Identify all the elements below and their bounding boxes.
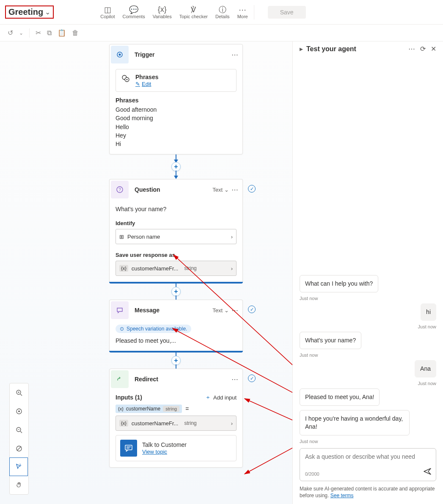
variable-icon: {x} — [119, 420, 128, 427]
edit-phrases-link[interactable]: ✎Edit — [135, 81, 151, 87]
pencil-icon: ✎ — [135, 81, 140, 87]
edit-toolbar: ↺ ⌄ ✂ ⧉ 📋 🗑 — [0, 25, 443, 41]
bot-message[interactable]: What's your name? — [300, 332, 361, 349]
question-node[interactable]: ? Question Text⌄ ⋯ What's your name? Ide… — [109, 179, 243, 282]
view-topic-link[interactable]: View topic — [142, 449, 167, 455]
send-button[interactable] — [423, 467, 432, 477]
add-node-button[interactable]: + — [171, 287, 181, 296]
trigger-icon — [111, 46, 129, 63]
node-more-icon[interactable]: ⋯ — [231, 375, 238, 383]
save-button[interactable]: Save — [268, 6, 306, 19]
undo-chevron-icon[interactable]: ⌄ — [19, 30, 23, 36]
message-icon — [111, 301, 129, 319]
phrase-item: Good morning — [116, 114, 237, 122]
redirect-node[interactable]: Redirect ⋯ Inputs (1) ＋Add input {x}cust… — [109, 369, 243, 468]
user-message[interactable]: Ana — [415, 360, 436, 377]
add-node-button[interactable]: + — [171, 162, 181, 171]
identify-value: Person name — [127, 234, 160, 240]
authoring-canvas[interactable]: Trigger ⋯ Phrases ✎Edit — [0, 41, 293, 504]
node-more-icon[interactable]: ⋯ — [231, 306, 238, 314]
input-value-field[interactable]: {x} customerNameFr... string › — [116, 416, 237, 431]
variable-icon: {x} — [158, 6, 167, 14]
panel-more-icon[interactable]: ⋯ — [408, 45, 415, 53]
comments-button[interactable]: 💬 Comments — [123, 6, 145, 19]
connector: + — [109, 353, 243, 369]
cut-button[interactable]: ✂ — [36, 29, 41, 37]
phrase-item: Hey — [116, 131, 237, 140]
topic-checker-button[interactable]: ℣ Topic checker — [179, 6, 208, 19]
svg-line-24 — [17, 446, 21, 451]
speech-pill-label: Speech variation available. — [127, 326, 187, 332]
copilot-icon: ◫ — [104, 6, 111, 14]
refresh-icon[interactable]: ⟳ — [420, 45, 426, 53]
phrase-item: Good afternoon — [116, 105, 237, 114]
chevron-right-icon: › — [231, 265, 233, 272]
redirect-title: Redirect — [135, 376, 231, 383]
phrase-item: Hello — [116, 123, 237, 131]
topic-name: Greeting — [8, 7, 43, 17]
reset-view-button[interactable] — [10, 439, 28, 458]
message-node[interactable]: Message Text⌄ ⋯ ⊙Speech variation availa… — [109, 300, 243, 351]
phrases-card[interactable]: Phrases ✎Edit — [116, 69, 237, 92]
identify-field[interactable]: ⊞ Person name › — [116, 229, 237, 244]
phrase-item: Hi — [116, 140, 237, 148]
save-as-field[interactable]: {x} customerNameFr... string › — [116, 261, 237, 276]
close-icon[interactable]: ✕ — [431, 45, 436, 53]
timestamp: Just now — [300, 296, 318, 301]
details-button[interactable]: ⓘ Details — [215, 6, 230, 19]
bot-message[interactable]: I hope you're having a wonderful day, An… — [300, 410, 410, 435]
bot-message[interactable]: What can I help you with? — [300, 275, 378, 292]
pan-tool-button[interactable] — [10, 476, 28, 494]
see-terms-link[interactable]: See terms — [330, 493, 354, 498]
select-tool-button[interactable] — [9, 457, 28, 476]
paste-button[interactable]: 📋 — [58, 29, 66, 37]
copy-button[interactable]: ⧉ — [47, 29, 52, 37]
topic-checker-label: Topic checker — [179, 14, 208, 19]
connector: + — [109, 284, 243, 300]
input-variable-chip[interactable]: {x}customerNamestring — [116, 405, 182, 413]
delete-button[interactable]: 🗑 — [72, 29, 79, 37]
message-type-dropdown[interactable]: Text⌄ — [212, 307, 229, 314]
variables-button[interactable]: {x} Variables — [153, 6, 172, 19]
node-more-icon[interactable]: ⋯ — [231, 51, 238, 59]
node-accent — [109, 282, 243, 284]
speech-variation-pill[interactable]: ⊙Speech variation available. — [116, 325, 191, 333]
info-icon: ⓘ — [219, 6, 226, 14]
bot-message[interactable]: Pleased to meet you, Ana! — [300, 388, 380, 406]
phrases-card-title: Phrases — [135, 74, 158, 80]
message-type-label: Text — [212, 307, 223, 314]
add-input-button[interactable]: ＋Add input — [205, 394, 237, 401]
add-node-button[interactable]: + — [171, 356, 181, 365]
more-button[interactable]: ⋯ More — [237, 6, 248, 19]
variable-name: customerNameFr... — [132, 265, 179, 272]
compose-box[interactable]: Ask a question or describe what you need… — [300, 448, 436, 481]
redirect-target-card[interactable]: Talk to Customer View topic — [116, 435, 237, 461]
node-more-icon[interactable]: ⋯ — [231, 186, 238, 194]
add-input-label: Add input — [213, 394, 237, 401]
svg-line-21 — [20, 431, 22, 433]
response-type-dropdown[interactable]: Text⌄ — [212, 187, 229, 193]
executed-check-icon: ✓ — [248, 306, 256, 313]
question-prompt[interactable]: What's your name? — [116, 204, 237, 217]
topic-name-dropdown[interactable]: Greeting ⌄ — [5, 6, 54, 19]
redirect-target-name: Talk to Customer — [142, 441, 187, 448]
chevron-right-icon: › — [231, 420, 233, 427]
node-accent — [109, 351, 243, 353]
user-message[interactable]: hi — [421, 303, 436, 321]
more-label: More — [237, 14, 248, 19]
chat-transcript: What can I help you with? Just now hi Ju… — [300, 53, 436, 448]
top-bar: Greeting ⌄ ◫ Copilot 💬 Comments {x} Vari… — [0, 0, 443, 25]
chevron-down-icon: ⌄ — [224, 307, 229, 314]
zoom-fit-button[interactable] — [10, 402, 28, 421]
undo-button[interactable]: ↺ — [8, 29, 13, 37]
zoom-out-button[interactable] — [10, 421, 28, 439]
chat-icon — [120, 440, 137, 457]
message-text[interactable]: Pleased to meet you,... — [116, 336, 237, 345]
more-icon: ⋯ — [239, 6, 246, 14]
copilot-button[interactable]: ◫ Copilot — [100, 6, 115, 19]
collapse-icon[interactable]: ▸ — [300, 45, 303, 53]
trigger-node[interactable]: Trigger ⋯ Phrases ✎Edit — [109, 44, 243, 154]
executed-check-icon: ✓ — [248, 375, 256, 382]
zoom-in-button[interactable] — [10, 383, 28, 402]
svg-line-15 — [20, 394, 22, 396]
